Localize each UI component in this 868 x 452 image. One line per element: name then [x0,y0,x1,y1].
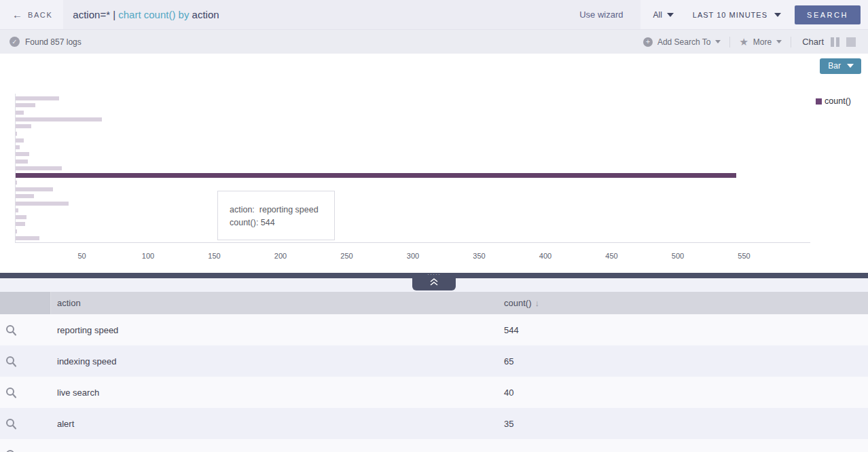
chart-bar[interactable] [16,202,69,206]
table-row[interactable]: reporting speed 544 [0,314,868,345]
column-chart-view-icon[interactable] [831,37,839,47]
row-search-cell[interactable] [0,356,51,367]
star-icon [739,37,748,47]
chart-bar[interactable] [16,194,34,198]
count-header-label: count() [504,298,531,308]
chart-bar[interactable] [16,145,20,149]
x-axis-tick-label: 450 [605,252,617,260]
tooltip-count-value: 544 [261,218,275,227]
action-cell: idx check [51,450,504,452]
chart-bar[interactable] [16,132,17,136]
chart-bar[interactable] [16,236,39,240]
search-query-text: action=* | chart count() by action [73,9,571,20]
chevron-down-icon [715,40,721,43]
time-range-dropdown[interactable]: LAST 10 MINUTES [683,0,791,29]
double-chevron-up-icon [429,278,439,286]
count-cell: 65 [504,356,868,366]
query-segment-function: chart count() by [118,9,189,20]
chevron-down-icon [847,64,854,68]
plus-circle-icon [643,37,653,47]
search-button[interactable]: SEARCH [795,5,861,24]
column-header-action[interactable]: action [51,298,504,308]
more-label: More [753,37,772,47]
chart-bar[interactable] [16,173,736,178]
chart-view-controls: Chart [791,37,858,47]
tooltip-count-label: count(): [230,218,261,227]
count-cell: 40 [504,388,868,398]
panel-splitter[interactable] [0,273,868,278]
x-axis-tick-label: 400 [539,252,551,260]
chart-view-label: Chart [802,37,824,47]
chart-type-dropdown[interactable]: Bar [820,58,861,74]
toolbar-actions: Add Search To More Chart [634,37,858,48]
chart-bar[interactable] [16,159,28,164]
chevron-down-icon [776,40,782,43]
use-wizard-link[interactable]: Use wizard [571,10,631,20]
search-query-field[interactable]: action=* | chart count() by action Use w… [63,0,640,29]
chart-bar[interactable] [16,187,53,191]
search-icon [5,449,17,452]
back-button[interactable]: BACK [0,0,63,29]
x-axis-tick-label: 100 [142,252,154,260]
tooltip-action-value: reporting speed [259,205,319,214]
table-body: reporting speed 544 indexing speed 65 li… [0,314,868,452]
time-range-value: LAST 10 MINUTES [693,11,767,19]
add-search-to-label: Add Search To [657,37,711,47]
x-axis-tick-label: 350 [473,252,485,260]
table-row[interactable]: idx check 33 [0,439,868,452]
scope-dropdown[interactable]: All [640,0,683,29]
chart-bar[interactable] [16,103,35,107]
x-axis-tick-label: 500 [672,252,684,260]
chart-bar[interactable] [16,111,24,115]
chart-bar[interactable] [16,222,25,226]
plot-area: 50100150200250300350400450500550 [15,94,810,243]
found-logs-text: Found 857 logs [25,37,82,47]
search-icon [5,387,17,398]
chart-tooltip: action: reporting speed count(): 544 [217,191,335,240]
column-header-count[interactable]: count() [504,298,868,308]
chart-bar[interactable] [16,215,26,219]
back-arrow-icon [12,10,22,20]
table-row[interactable]: alert 35 [0,408,868,439]
grid-view-icon[interactable] [846,37,856,47]
row-search-cell[interactable] [0,324,51,336]
search-icon [5,418,17,430]
search-icon [5,356,17,367]
collapse-chart-handle[interactable] [412,273,456,290]
x-axis-tick-label: 250 [340,252,352,260]
legend-label: count() [825,96,851,106]
row-search-cell[interactable] [0,449,51,452]
count-cell: 33 [504,450,868,452]
chart-bar[interactable] [16,181,17,185]
count-cell: 544 [504,325,868,335]
chart-bar[interactable] [16,229,17,233]
tooltip-action-label: action: [230,205,259,214]
add-search-to-dropdown[interactable]: Add Search To [634,37,730,47]
action-cell: alert [51,419,504,429]
more-dropdown[interactable]: More [730,37,791,47]
table-header-spacer [0,292,51,314]
row-search-cell[interactable] [0,387,51,398]
table-header: action count() [0,292,868,314]
drag-handle-dots-icon [427,273,441,277]
results-status: Found 857 logs [10,37,82,47]
action-cell: reporting speed [51,325,504,335]
check-circle-icon [10,37,20,47]
chart-bar[interactable] [16,117,102,121]
query-segment-plain: action=* | [73,9,118,20]
search-icon [5,324,17,336]
chart-bar[interactable] [16,96,59,100]
sort-descending-icon [535,298,539,308]
chart-bar[interactable] [16,208,18,212]
chart-bar[interactable] [16,152,29,156]
query-segment-field: action [189,9,219,20]
legend-swatch [816,98,822,105]
chart-bar[interactable] [16,138,24,143]
chart-bar[interactable] [16,166,62,170]
chart-bar[interactable] [16,124,31,128]
table-row[interactable]: indexing speed 65 [0,345,868,377]
x-axis-tick-label: 300 [407,252,419,260]
action-cell: live search [51,388,504,398]
row-search-cell[interactable] [0,418,51,430]
table-row[interactable]: live search 40 [0,377,868,408]
